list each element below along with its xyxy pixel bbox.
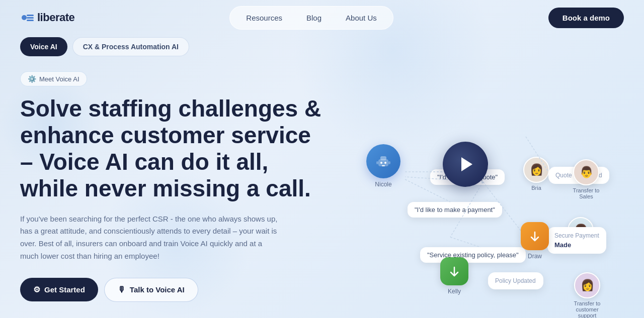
- navbar: liberate Resources Blog About Us Book a …: [0, 0, 644, 35]
- svg-rect-3: [27, 20, 34, 21]
- transfer-support-label: Transfer to customer support: [567, 300, 607, 318]
- nav-blog[interactable]: Blog: [295, 10, 333, 26]
- kelly-node: Kelly: [440, 257, 468, 295]
- bria-avatar-node: 👩 Bria: [523, 157, 549, 191]
- bubble-payment: "I'd like to make a payment": [408, 202, 502, 218]
- svg-rect-17: [382, 165, 385, 166]
- badge-label: Meet Voice AI: [39, 75, 79, 83]
- draw-label: Draw: [528, 253, 542, 260]
- talk-icon: 🎙: [118, 285, 126, 294]
- badge-icon: ⚙️: [28, 75, 36, 83]
- diagram-inner: Nicole "I'd like a new quote" "I'd like …: [342, 71, 624, 292]
- hero-title: Solve staffing challenges & enhance cust…: [20, 95, 322, 202]
- tab-cx-process[interactable]: CX & Process Automation AI: [72, 37, 189, 56]
- svg-rect-1: [27, 15, 34, 16]
- hero-description: If you've been searching for the perfect…: [20, 213, 282, 263]
- transfer-sales-avatar: 👨: [573, 159, 599, 185]
- svg-rect-13: [378, 159, 388, 166]
- get-started-label: Get Started: [44, 285, 85, 294]
- secure-pay-title: Secure Payment: [554, 232, 599, 239]
- main-content: ⚙️ Meet Voice AI Solve staffing challeng…: [0, 56, 644, 302]
- talk-label: Talk to Voice AI: [130, 285, 185, 294]
- kelly-label: Kelly: [448, 288, 461, 295]
- transfer-sales-node: 👨 Transfer to Sales: [569, 159, 604, 199]
- tabs-row: Voice AI CX & Process Automation AI: [0, 37, 644, 56]
- svg-line-9: [450, 237, 480, 247]
- diagram-area: Nicole "I'd like a new quote" "I'd like …: [342, 71, 624, 292]
- draw-arrow-icon: [528, 229, 542, 243]
- logo: liberate: [20, 11, 74, 25]
- transfer-support-node: 👩 Transfer to customer support: [567, 272, 607, 318]
- draw-icon: [521, 222, 549, 250]
- svg-rect-19: [388, 161, 390, 164]
- logo-icon: [20, 11, 34, 25]
- get-started-icon: ⚙: [33, 285, 40, 294]
- meet-badge: ⚙️ Meet Voice AI: [20, 71, 87, 86]
- nicole-bot-icon: [374, 152, 392, 170]
- svg-rect-2: [27, 17, 34, 19]
- logo-text: liberate: [37, 11, 74, 24]
- svg-rect-18: [376, 161, 378, 164]
- svg-point-16: [384, 162, 386, 164]
- get-started-button[interactable]: ⚙ Get Started: [20, 278, 98, 301]
- nicole-icon: [366, 144, 400, 178]
- svg-point-0: [22, 15, 27, 20]
- play-icon: [461, 157, 472, 171]
- nicole-node: Nicole: [366, 144, 400, 188]
- policy-up-title: Policy Updated: [495, 277, 536, 284]
- transfer-support-avatar: 👩: [574, 272, 600, 298]
- bubble-payment-text: "I'd like to make a payment": [415, 206, 495, 214]
- bria-label: Bria: [531, 185, 541, 191]
- nav-resources[interactable]: Resources: [235, 10, 293, 26]
- talk-voice-ai-button[interactable]: 🎙 Talk to Voice AI: [104, 278, 198, 302]
- transfer-sales-label: Transfer to Sales: [569, 187, 604, 199]
- secure-payment-card: Secure Payment Made: [547, 227, 606, 254]
- nav-links: Resources Blog About Us: [229, 6, 393, 30]
- nav-center: Resources Blog About Us: [74, 6, 548, 30]
- svg-rect-14: [380, 156, 386, 160]
- kelly-icon: [440, 257, 468, 285]
- nicole-label: Nicole: [375, 181, 391, 188]
- bubble-service-policy: "Service existing policy, please": [420, 247, 526, 263]
- book-demo-button[interactable]: Book a demo: [548, 8, 624, 28]
- bria-avatar: 👩: [523, 157, 549, 183]
- kelly-arrow-icon: [447, 264, 461, 278]
- tab-voice-ai[interactable]: Voice AI: [20, 37, 67, 56]
- nav-about[interactable]: About Us: [335, 10, 388, 26]
- cta-row: ⚙ Get Started 🎙 Talk to Voice AI: [20, 278, 322, 302]
- svg-point-15: [380, 162, 382, 164]
- draw-node: Draw: [521, 222, 549, 260]
- left-column: ⚙️ Meet Voice AI Solve staffing challeng…: [20, 71, 322, 302]
- center-play-button[interactable]: [443, 142, 488, 187]
- policy-updated-card: Policy Updated: [488, 272, 543, 289]
- secure-pay-val: Made: [554, 241, 599, 249]
